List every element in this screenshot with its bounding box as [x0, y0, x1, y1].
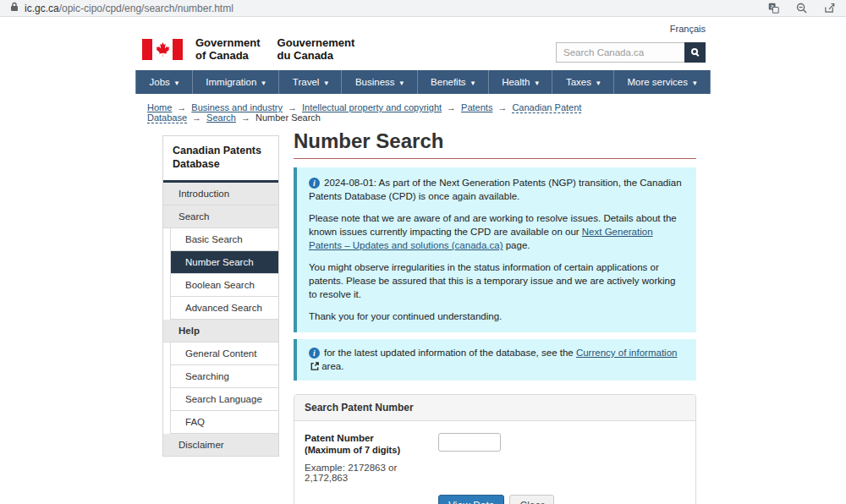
external-link-icon: [309, 361, 319, 371]
section-sidebar: Canadian Patents Database Introduction S…: [162, 135, 279, 457]
breadcrumb-patents[interactable]: Patents: [461, 102, 492, 112]
patent-number-example: Example: 2172863 or 2,172,863: [305, 463, 438, 483]
notice-paragraph-4: Thank you for your continued understandi…: [309, 310, 684, 323]
chevron-down-icon: [596, 77, 601, 87]
nav-item-taxes[interactable]: Taxes: [552, 70, 613, 94]
canada-flag-icon: [142, 39, 183, 60]
ngp-transition-notice: i2024-08-01: As part of the Next Generat…: [294, 167, 696, 332]
notice-paragraph-3: You might observe irregularities in the …: [309, 260, 684, 302]
info-icon: i: [309, 178, 320, 189]
notice-paragraph-1: 2024-08-01: As part of the Next Generati…: [309, 178, 682, 201]
url-path: /opic-cipo/cpd/eng/search/number.html: [59, 3, 233, 14]
translate-icon[interactable]: a: [768, 3, 779, 14]
chevron-down-icon: [324, 77, 328, 87]
patent-number-hint: (Maximum of 7 digits): [305, 445, 438, 455]
patent-number-label: Patent Number: [305, 433, 438, 443]
government-of-canada-signature[interactable]: Government of Canada Gouvernement du Can…: [142, 36, 354, 62]
info-icon: i: [309, 348, 320, 359]
panel-title: Search Patent Number: [294, 395, 695, 421]
sidebar-item-disclaimer[interactable]: Disclaimer: [163, 434, 278, 457]
logo-text-en: Government of Canada: [195, 36, 261, 62]
sidebar-item-search[interactable]: Search: [163, 205, 278, 228]
url-domain: ic.gc.ca: [25, 3, 59, 14]
chevron-down-icon: [535, 77, 539, 87]
sidebar-item-faq[interactable]: FAQ: [170, 411, 278, 434]
maple-leaf-icon: [156, 42, 170, 57]
clear-button[interactable]: Clear: [509, 495, 554, 504]
language-toggle-link[interactable]: Français: [670, 24, 706, 34]
sidebar-item-basic-search[interactable]: Basic Search: [170, 228, 278, 251]
sidebar-item-number-search[interactable]: Number Search: [170, 251, 278, 274]
nav-item-more-services[interactable]: More services: [613, 70, 711, 94]
sidebar-item-general-content[interactable]: General Content: [170, 342, 278, 365]
sidebar-item-introduction[interactable]: Introduction: [163, 183, 278, 205]
breadcrumb-arrow-icon: [288, 102, 297, 112]
site-search-button[interactable]: [684, 42, 706, 63]
breadcrumb-home[interactable]: Home: [147, 102, 172, 112]
breadcrumb: HomeBusiness and industryIntellectual pr…: [135, 94, 711, 124]
page-title: Number Search: [294, 128, 696, 159]
site-header: Government of Canada Gouvernement du Can…: [135, 17, 711, 70]
browser-address-bar[interactable]: ic.gc.ca/opic-cipo/cpd/eng/search/number…: [0, 0, 846, 17]
sidebar-item-search-language[interactable]: Search Language: [170, 388, 278, 411]
main-navigation: Jobs Immigration Travel Business Benefit…: [135, 70, 711, 94]
chevron-down-icon: [400, 77, 404, 87]
chevron-down-icon: [261, 77, 266, 87]
nav-item-immigration[interactable]: Immigration: [192, 70, 279, 94]
breadcrumb-arrow-icon: [497, 102, 507, 112]
chevron-down-icon: [693, 77, 697, 87]
breadcrumb-arrow-icon: [241, 112, 250, 123]
sidebar-item-advanced-search[interactable]: Advanced Search: [170, 297, 278, 320]
breadcrumb-arrow-icon: [177, 102, 186, 112]
site-search: [556, 42, 706, 63]
patent-number-input[interactable]: [438, 433, 501, 452]
currency-of-information-link[interactable]: Currency of information: [576, 348, 678, 358]
nav-item-travel[interactable]: Travel: [278, 70, 341, 94]
nav-item-jobs[interactable]: Jobs: [135, 70, 192, 94]
logo-text-fr: Gouvernement du Canada: [277, 36, 355, 62]
sidebar-title: Canadian Patents Database: [163, 136, 278, 183]
sidebar-item-boolean-search[interactable]: Boolean Search: [170, 274, 278, 297]
breadcrumb-arrow-icon: [447, 102, 456, 112]
currency-of-information-notice: ifor the latest updated information of t…: [294, 339, 696, 381]
breadcrumb-business-and-industry[interactable]: Business and industry: [191, 102, 283, 112]
view-data-button[interactable]: View Data: [438, 495, 504, 504]
notice-paragraph-2: Please note that we are aware of and are…: [309, 211, 684, 253]
breadcrumb-intellectual-property[interactable]: Intellectual property and copyright: [302, 102, 442, 112]
zoom-out-icon[interactable]: [796, 3, 807, 14]
breadcrumb-search[interactable]: Search: [206, 112, 236, 123]
breadcrumb-number-search: Number Search: [255, 112, 321, 123]
sidebar-item-searching[interactable]: Searching: [170, 365, 278, 388]
share-page-chrome-icon[interactable]: [824, 3, 836, 14]
site-search-input[interactable]: [556, 42, 684, 63]
lock-icon: [10, 2, 19, 14]
breadcrumb-arrow-icon: [192, 112, 201, 123]
chevron-down-icon: [471, 77, 475, 87]
search-icon: [691, 48, 698, 55]
nav-item-benefits[interactable]: Benefits: [417, 70, 488, 94]
sidebar-item-help[interactable]: Help: [163, 320, 278, 342]
search-patent-number-panel: Search Patent Number Patent Number (Maxi…: [294, 394, 696, 504]
chevron-down-icon: [175, 77, 179, 87]
nav-item-business[interactable]: Business: [341, 70, 416, 94]
nav-item-health[interactable]: Health: [488, 70, 552, 94]
